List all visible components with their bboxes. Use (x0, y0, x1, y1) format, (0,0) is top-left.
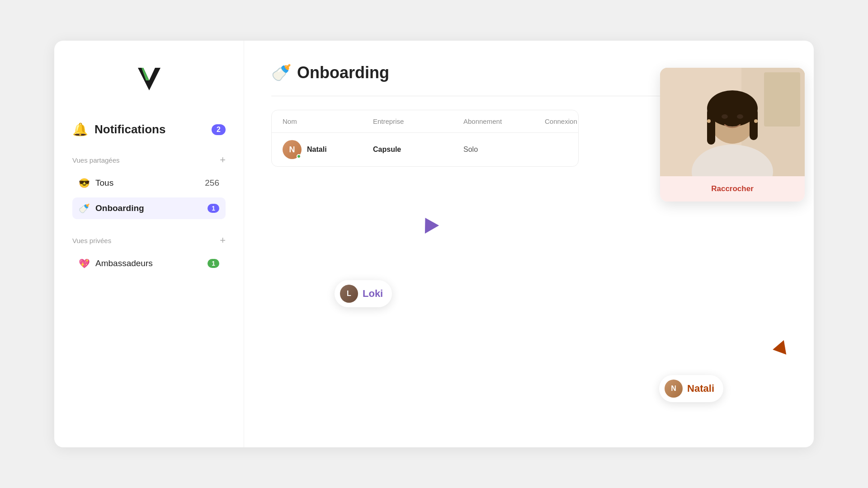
ambassadeurs-count: 1 (208, 259, 219, 268)
loki-tooltip: L Loki (335, 280, 392, 307)
tous-emoji: 😎 (79, 178, 90, 188)
shared-views-label: Vues partagées (72, 156, 120, 164)
notifications-badge: 2 (212, 124, 226, 135)
col-abonnement: Abonnement (463, 117, 545, 125)
online-indicator (297, 154, 301, 159)
raccrocher-button[interactable]: Raccrocher (660, 176, 805, 202)
sidebar-item-onboarding[interactable]: 🍼 Onboarding 1 (72, 197, 226, 219)
ambassadeurs-label: Ambassadeurs (95, 258, 202, 268)
shared-views-section: Vues partagées + (72, 155, 226, 165)
table-row[interactable]: N Natali Capsule Solo (272, 133, 578, 166)
notifications-title: Notifications (94, 122, 205, 136)
natali-avatar-small: N (665, 380, 683, 398)
add-private-view-button[interactable]: + (220, 235, 226, 245)
private-views-section: Vues privées + (72, 235, 226, 245)
svg-point-11 (707, 119, 711, 123)
svg-point-9 (722, 114, 728, 119)
onboarding-label: Onboarding (95, 203, 202, 213)
data-table: Nom Entreprise Abonnement Connexion N Na… (271, 110, 579, 167)
video-person-svg (660, 68, 805, 176)
notifications-header: 🔔 Notifications 2 (72, 122, 226, 137)
onboarding-count: 1 (208, 204, 219, 213)
sidebar: 🔔 Notifications 2 Vues partagées + 😎 Tou… (54, 41, 244, 447)
plan-cell: Solo (463, 145, 545, 154)
tous-label: Tous (95, 178, 199, 188)
app-logo (133, 63, 165, 95)
logo-area (72, 63, 226, 95)
svg-rect-2 (764, 72, 800, 127)
sidebar-item-tous[interactable]: 😎 Tous 256 (72, 172, 226, 194)
svg-point-12 (754, 119, 758, 123)
natali-name: Natali (687, 383, 714, 394)
bell-icon: 🔔 (72, 122, 88, 137)
loki-name: Loki (363, 288, 383, 300)
main-container: 🔔 Notifications 2 Vues partagées + 😎 Tou… (54, 41, 814, 447)
loki-avatar: L (340, 285, 358, 303)
main-content: 🍼 Onboarding Nom Entreprise Abonnement C… (244, 41, 814, 447)
svg-point-10 (737, 114, 743, 119)
video-call-card: Raccrocher (660, 68, 805, 202)
user-avatar-wrapper: N (283, 140, 302, 159)
cursor-brown-arrow (773, 338, 791, 354)
svg-rect-8 (750, 108, 758, 140)
page-title-text: Onboarding (297, 63, 389, 82)
sidebar-item-ambassadeurs[interactable]: 💖 Ambassadeurs 1 (72, 253, 226, 274)
col-nom: Nom (283, 117, 373, 125)
user-name: Natali (307, 145, 327, 154)
table-header: Nom Entreprise Abonnement Connexion (272, 110, 578, 133)
video-preview (660, 68, 805, 176)
cursor-purple-arrow (418, 214, 439, 234)
onboarding-emoji: 🍼 (79, 203, 90, 214)
page-title-emoji: 🍼 (271, 63, 292, 82)
svg-rect-7 (707, 108, 715, 145)
col-connexion: Connexion (545, 117, 579, 125)
col-entreprise: Entreprise (373, 117, 463, 125)
user-cell: N Natali (283, 140, 373, 159)
add-shared-view-button[interactable]: + (220, 155, 226, 165)
ambassadeurs-emoji: 💖 (79, 258, 90, 269)
company-cell: Capsule (373, 145, 463, 154)
natali-tooltip: N Natali (659, 375, 723, 402)
tous-count: 256 (205, 178, 219, 188)
private-views-label: Vues privées (72, 237, 111, 244)
